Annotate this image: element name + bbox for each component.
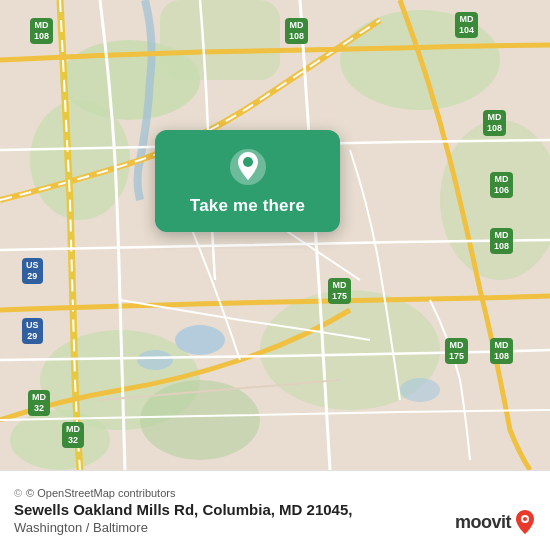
- footer-copyright-row: © © OpenStreetMap contributors: [14, 487, 536, 499]
- badge-us29-bottom: US29: [22, 318, 43, 344]
- badge-md32-bottom: MD32: [62, 422, 84, 448]
- moovit-text: moovit: [455, 512, 511, 533]
- take-me-there-label: Take me there: [190, 196, 305, 216]
- map-container: MD108 MD108 MD104 MD108 MD106 MD108 US29…: [0, 0, 550, 470]
- badge-md108-bottom-right: MD108: [490, 338, 513, 364]
- location-pin-icon: [229, 148, 267, 186]
- osm-logo: ©: [14, 487, 22, 499]
- badge-md108-right-top: MD108: [483, 110, 506, 136]
- badge-md32-left: MD32: [28, 390, 50, 416]
- svg-point-12: [400, 378, 440, 402]
- take-me-there-popup[interactable]: Take me there: [155, 130, 340, 232]
- badge-md108-top-center: MD108: [285, 18, 308, 44]
- footer: © © OpenStreetMap contributors Sewells O…: [0, 470, 550, 550]
- badge-md108-right-mid: MD108: [490, 228, 513, 254]
- map-svg: [0, 0, 550, 470]
- svg-point-14: [243, 157, 253, 167]
- badge-md106: MD106: [490, 172, 513, 198]
- svg-rect-3: [160, 0, 280, 80]
- badge-md108-top-left: MD108: [30, 18, 53, 44]
- badge-us29-top: US29: [22, 258, 43, 284]
- badge-md175-center: MD175: [328, 278, 351, 304]
- moovit-logo: moovit: [455, 508, 536, 536]
- svg-point-11: [137, 350, 173, 370]
- osm-copyright-text: © OpenStreetMap contributors: [26, 487, 175, 499]
- moovit-icon: [514, 508, 536, 536]
- svg-point-10: [175, 325, 225, 355]
- svg-point-16: [523, 517, 527, 521]
- badge-md175-right: MD175: [445, 338, 468, 364]
- badge-md104: MD104: [455, 12, 478, 38]
